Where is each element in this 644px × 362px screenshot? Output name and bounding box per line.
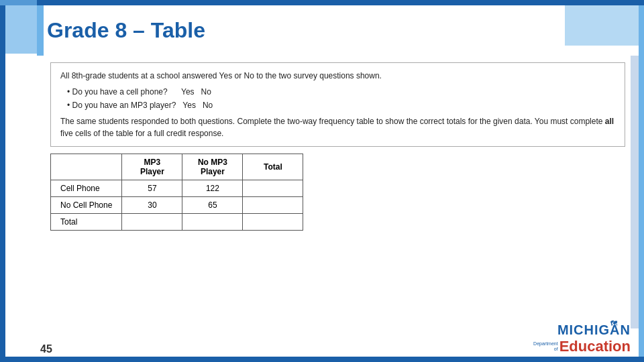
logo-n-with-state: AN 🗺 (610, 322, 631, 338)
q2-yes: Yes (182, 99, 196, 111)
frequency-table: MP3 Player No MP3 Player Total Cell Phon… (50, 154, 303, 231)
cell-phone-total-blank (243, 180, 303, 197)
instructions-bold: all (605, 117, 614, 126)
table-row: Cell Phone 57 122 (51, 180, 303, 197)
survey-intro: All 8th-grade students at a school answe… (60, 70, 615, 82)
left-bar (0, 5, 5, 362)
row-label-cell-phone: Cell Phone (51, 180, 122, 197)
row-label-no-cell-phone: No Cell Phone (51, 197, 122, 214)
total-mp3-blank (122, 214, 182, 231)
no-cell-phone-no-mp3: 65 (182, 197, 243, 214)
question-2: Do you have an MP3 player? Yes No (67, 99, 615, 111)
question-2-answers: Yes No (182, 99, 213, 111)
right-bar (639, 5, 644, 362)
table-row: No Cell Phone 30 65 (51, 197, 303, 214)
question-1-answers: Yes No (181, 86, 211, 98)
no-cell-phone-total-blank (243, 197, 303, 214)
main-content: All 8th-grade students at a school answe… (37, 56, 639, 357)
col-header-total: Total (243, 154, 303, 180)
bottom-bar (0, 357, 644, 362)
header: Grade 8 – Table (37, 5, 639, 56)
logo-michigan-text: MICHIG (557, 322, 610, 338)
question-1-text: Do you have a cell phone? (67, 86, 174, 98)
col-header-no-mp3: No MP3 Player (182, 154, 243, 180)
logo-dept-of: Department of (533, 341, 558, 353)
question-1: Do you have a cell phone? Yes No (67, 86, 615, 98)
footer: 45 (40, 343, 52, 355)
problem-box: All 8th-grade students at a school answe… (50, 62, 625, 147)
instructions: The same students responded to both ques… (60, 115, 615, 139)
page-number: 45 (40, 343, 52, 355)
total-grand-blank (243, 214, 303, 231)
top-accent-left (0, 0, 37, 54)
row-label-total: Total (51, 214, 122, 231)
cell-phone-mp3: 57 (122, 180, 182, 197)
top-bar (0, 0, 644, 5)
col-header-blank (51, 154, 122, 180)
col-header-mp3: MP3 Player (122, 154, 182, 180)
michigan-logo: MICHIG AN 🗺 Department of Education (533, 322, 631, 355)
total-no-mp3-blank (182, 214, 243, 231)
logo-education: Education (559, 338, 631, 355)
questions-list: Do you have a cell phone? Yes No Do you … (67, 86, 615, 111)
table-row: Total (51, 214, 303, 231)
logo-of: of (554, 347, 558, 352)
frequency-table-container: MP3 Player No MP3 Player Total Cell Phon… (50, 154, 625, 231)
page-title: Grade 8 – Table (47, 18, 205, 43)
logo-department: Department (533, 341, 558, 347)
q2-no: No (203, 99, 213, 111)
state-icon: 🗺 (610, 320, 618, 327)
no-cell-phone-mp3: 30 (122, 197, 182, 214)
cell-phone-no-mp3: 122 (182, 180, 243, 197)
table-header-row: MP3 Player No MP3 Player Total (51, 154, 303, 180)
q1-no: No (201, 86, 211, 98)
question-2-text: Do you have an MP3 player? (67, 99, 176, 111)
q1-yes: Yes (181, 86, 195, 98)
